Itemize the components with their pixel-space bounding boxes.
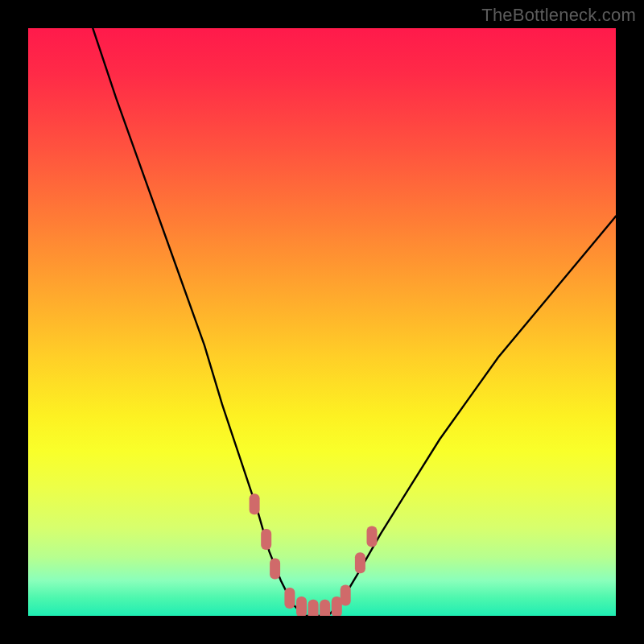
highlight-marker — [270, 559, 280, 580]
highlight-marker — [261, 529, 271, 550]
highlight-markers — [250, 493, 378, 616]
plot-area — [28, 28, 616, 616]
highlight-marker — [320, 600, 330, 616]
highlight-marker — [308, 600, 319, 616]
highlight-marker — [367, 526, 378, 547]
chart-root: TheBottleneck.com — [0, 0, 644, 644]
attribution-label: TheBottleneck.com — [481, 5, 636, 26]
highlight-marker — [250, 493, 260, 514]
curve-layer — [28, 28, 616, 616]
bottleneck-curve-path — [93, 28, 616, 616]
highlight-marker — [355, 552, 365, 573]
highlight-marker — [296, 597, 307, 616]
highlight-marker — [284, 588, 295, 609]
highlight-marker — [341, 585, 351, 606]
